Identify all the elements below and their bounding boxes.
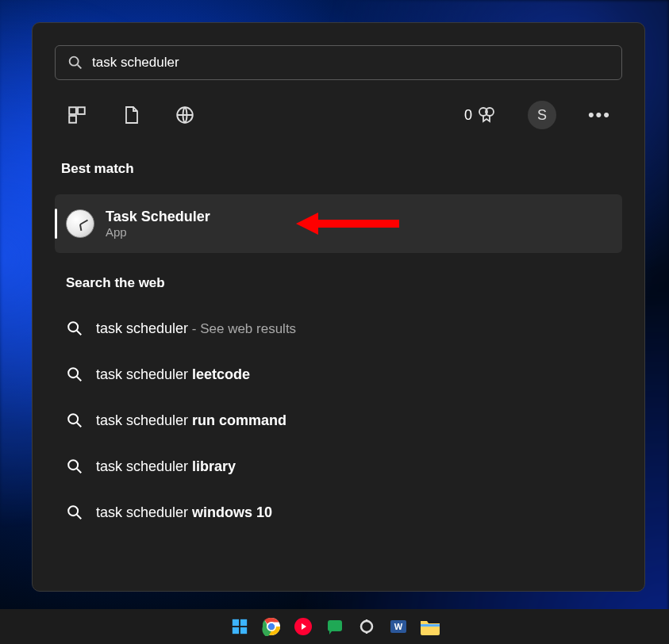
svg-rect-33 <box>421 624 440 627</box>
selection-indicator <box>55 209 57 239</box>
search-icon <box>67 54 84 71</box>
start-button-icon[interactable] <box>229 616 250 637</box>
svg-line-17 <box>77 469 82 473</box>
web-result-text: task scheduler run command <box>96 412 286 429</box>
user-avatar[interactable]: S <box>528 101 556 129</box>
svg-rect-29 <box>328 620 342 631</box>
search-input[interactable] <box>92 55 610 71</box>
apps-filter-icon[interactable] <box>66 104 88 126</box>
search-icon <box>66 412 83 429</box>
web-result-item[interactable]: task scheduler leetcode <box>55 351 622 397</box>
svg-line-19 <box>77 515 82 519</box>
search-icon <box>66 366 83 383</box>
best-match-result[interactable]: Task Scheduler App <box>55 194 622 253</box>
svg-line-11 <box>77 331 82 335</box>
web-filter-icon[interactable] <box>174 104 196 126</box>
svg-line-15 <box>77 423 82 427</box>
start-search-panel: 0 S ••• Best match Task Scheduler App Se… <box>32 22 645 592</box>
avatar-initial: S <box>537 107 547 124</box>
result-title: Task Scheduler <box>106 209 210 225</box>
web-result-text: task scheduler library <box>96 458 236 475</box>
web-results-list: task scheduler - See web results task sc… <box>55 305 622 535</box>
web-result-item[interactable]: task scheduler library <box>55 443 622 489</box>
chat-app-icon[interactable] <box>325 616 345 637</box>
best-match-text: Task Scheduler App <box>106 209 210 239</box>
svg-rect-3 <box>78 107 85 114</box>
search-box[interactable] <box>55 45 622 80</box>
web-result-text: task scheduler leetcode <box>96 366 250 383</box>
svg-rect-21 <box>240 619 246 626</box>
svg-point-16 <box>68 460 78 470</box>
svg-marker-9 <box>296 213 318 235</box>
more-options-icon[interactable]: ••• <box>588 105 611 125</box>
svg-point-0 <box>70 57 79 66</box>
loop-app-icon[interactable] <box>356 616 377 637</box>
youtube-music-icon[interactable] <box>293 616 313 637</box>
svg-text:W: W <box>394 622 402 631</box>
web-result-item[interactable]: task scheduler - See web results <box>55 305 622 351</box>
svg-point-14 <box>68 414 78 424</box>
web-result-text: task scheduler - See web results <box>96 320 296 337</box>
web-result-item[interactable]: task scheduler run command <box>55 397 622 443</box>
svg-rect-2 <box>69 107 76 114</box>
svg-rect-23 <box>240 627 246 634</box>
svg-line-1 <box>78 65 82 69</box>
search-icon <box>66 320 83 337</box>
documents-filter-icon[interactable] <box>120 104 142 126</box>
svg-point-10 <box>68 322 78 332</box>
taskbar: W <box>0 609 669 644</box>
svg-rect-4 <box>69 116 76 123</box>
svg-rect-22 <box>232 627 238 634</box>
rewards-icon <box>477 105 496 125</box>
search-icon <box>66 458 83 475</box>
annotation-arrow-icon <box>296 208 399 240</box>
svg-point-30 <box>361 621 372 632</box>
web-result-item[interactable]: task scheduler windows 10 <box>55 489 622 535</box>
svg-point-25 <box>267 623 274 630</box>
rewards-points[interactable]: 0 <box>464 105 496 125</box>
points-count: 0 <box>464 107 472 124</box>
task-scheduler-app-icon <box>66 209 94 238</box>
svg-rect-20 <box>232 619 238 626</box>
file-explorer-icon[interactable] <box>420 616 440 637</box>
svg-line-13 <box>77 377 82 381</box>
chrome-icon[interactable] <box>261 616 282 637</box>
svg-point-12 <box>68 368 78 378</box>
web-result-text: task scheduler windows 10 <box>96 504 272 521</box>
word-icon[interactable]: W <box>388 616 409 637</box>
web-results-heading: Search the web <box>66 275 622 291</box>
search-icon <box>66 504 83 521</box>
filter-bar: 0 S ••• <box>55 101 622 129</box>
result-subtitle: App <box>106 225 210 239</box>
svg-point-18 <box>68 506 78 516</box>
best-match-heading: Best match <box>61 161 622 177</box>
